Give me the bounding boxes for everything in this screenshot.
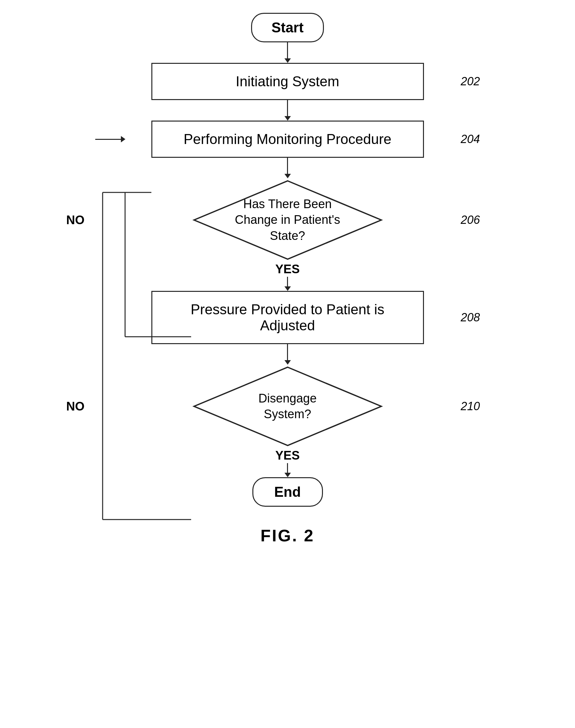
ref-202: 202 bbox=[461, 75, 480, 88]
arrow-3 bbox=[284, 174, 291, 178]
connector-3 bbox=[287, 158, 288, 174]
initiating-system-box: Initiating System bbox=[151, 63, 424, 100]
feedback-arrow-right bbox=[121, 136, 125, 142]
ref-204: 204 bbox=[461, 133, 480, 146]
node208-row: Pressure Provided to Patient is Adjusted… bbox=[95, 291, 480, 344]
decision-diamond-206: Has There Been Change in Patient's State… bbox=[192, 178, 384, 262]
figure-caption: FIG. 2 bbox=[261, 526, 314, 545]
node204-row: Performing Monitoring Procedure 204 bbox=[95, 120, 480, 158]
monitoring-procedure-box: Performing Monitoring Procedure bbox=[151, 120, 424, 158]
feedback-h-line bbox=[95, 139, 121, 140]
end-terminal: End bbox=[252, 477, 323, 507]
start-terminal: Start bbox=[251, 13, 324, 42]
connector-2 bbox=[287, 100, 288, 116]
start-node-row: Start bbox=[95, 13, 480, 42]
yes-label-206: YES bbox=[275, 262, 300, 276]
arrow-6 bbox=[284, 473, 291, 477]
pressure-adjusted-box: Pressure Provided to Patient is Adjusted bbox=[151, 291, 424, 344]
connector-6 bbox=[287, 463, 288, 473]
diamond-text-206: Has There Been Change in Patient's State… bbox=[233, 196, 342, 244]
flowchart: Start Initiating System 202 Performing M… bbox=[95, 13, 480, 545]
node210-row: Disengage System? NO 210 bbox=[95, 365, 480, 448]
yes-label-210: YES bbox=[275, 449, 300, 462]
arrow-5 bbox=[284, 360, 291, 365]
end-node-row: End bbox=[95, 477, 480, 507]
node206-row: Has There Been Change in Patient's State… bbox=[95, 178, 480, 262]
ref-210: 210 bbox=[461, 400, 480, 413]
diamond-text-210: Disengage System? bbox=[233, 391, 342, 422]
no-label-206: NO bbox=[66, 213, 84, 227]
arrow-1 bbox=[284, 58, 291, 63]
connector-1 bbox=[287, 42, 288, 58]
ref-208: 208 bbox=[461, 311, 480, 324]
connector-5 bbox=[287, 344, 288, 360]
ref-206: 206 bbox=[461, 213, 480, 227]
arrow-4 bbox=[284, 286, 291, 291]
no-label-210: NO bbox=[66, 400, 84, 413]
connector-4 bbox=[287, 277, 288, 286]
arrow-2 bbox=[284, 116, 291, 120]
decision-diamond-210: Disengage System? bbox=[192, 365, 384, 448]
node202-row: Initiating System 202 bbox=[95, 63, 480, 100]
